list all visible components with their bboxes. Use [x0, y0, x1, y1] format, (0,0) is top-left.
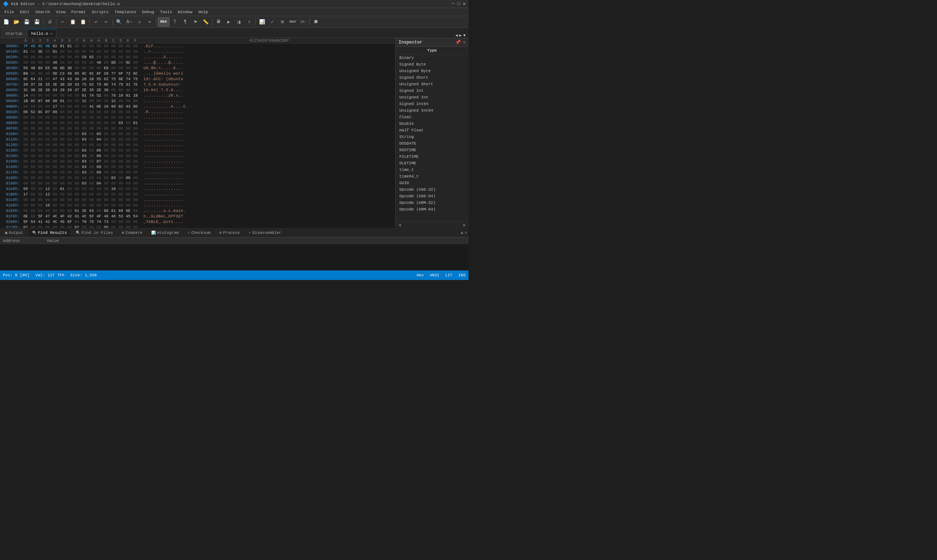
- hex-byte[interactable]: 00: [29, 93, 37, 98]
- hex-byte[interactable]: 74: [110, 82, 117, 88]
- hex-byte[interactable]: 00: [110, 170, 117, 175]
- hex-byte[interactable]: 00: [103, 153, 110, 159]
- hex-byte[interactable]: 00: [29, 148, 37, 153]
- hex-byte[interactable]: 5D: [51, 71, 58, 77]
- hex-byte[interactable]: 69: [117, 208, 125, 214]
- hex-byte[interactable]: 00: [88, 165, 95, 170]
- hex-byte[interactable]: 0C: [125, 60, 132, 66]
- hex-byte[interactable]: 00: [66, 148, 73, 153]
- hex-byte[interactable]: 00: [37, 71, 44, 77]
- hex-byte[interactable]: 00: [95, 126, 103, 131]
- hex-byte[interactable]: 00: [58, 55, 66, 60]
- hex-byte[interactable]: 05: [22, 186, 29, 192]
- hex-byte[interactable]: 00: [51, 120, 58, 126]
- hex-byte[interactable]: 00: [88, 66, 95, 71]
- hex-byte[interactable]: 0E: [95, 104, 103, 109]
- hex-byte[interactable]: 12: [44, 192, 51, 197]
- hex-byte[interactable]: 00: [95, 142, 103, 148]
- hex-byte[interactable]: 75: [132, 77, 139, 82]
- hex-byte[interactable]: 21: [37, 77, 44, 82]
- hex-byte[interactable]: 00: [58, 131, 66, 137]
- hex-byte[interactable]: 00: [51, 203, 58, 208]
- hex-byte[interactable]: 00: [125, 126, 132, 131]
- hex-byte[interactable]: 00: [132, 60, 139, 66]
- hex-byte[interactable]: 00: [73, 115, 80, 120]
- hex-byte[interactable]: 00: [29, 120, 37, 126]
- stop-btn[interactable]: ⏹: [311, 17, 321, 27]
- hex-byte[interactable]: 00: [58, 192, 66, 197]
- hex-byte[interactable]: 37: [73, 88, 80, 93]
- hex-byte[interactable]: 00: [66, 126, 73, 131]
- hex-byte[interactable]: 00: [110, 55, 117, 60]
- hex-byte[interactable]: 03: [117, 120, 125, 126]
- hex-byte[interactable]: 4F: [95, 214, 103, 219]
- hex-byte[interactable]: 00: [66, 98, 73, 104]
- hex-byte[interactable]: 35: [44, 82, 51, 88]
- hex-byte[interactable]: 55: [95, 77, 103, 82]
- hex-byte[interactable]: 00: [80, 109, 88, 115]
- hex-byte[interactable]: 00: [51, 55, 58, 60]
- bits-btn[interactable]: 18↕: [298, 17, 308, 27]
- hex-byte[interactable]: 01: [51, 49, 58, 55]
- hex-byte[interactable]: 00: [125, 49, 132, 55]
- table-row[interactable]: 0100h:00000000000000000300030000000000..…: [0, 131, 395, 137]
- table-row[interactable]: 00A0h:1B0C0708900100001C0000001C000000..…: [0, 98, 395, 104]
- hex-byte[interactable]: 00: [117, 66, 125, 71]
- hex-byte[interactable]: 00: [37, 126, 44, 131]
- hex-byte[interactable]: 03: [95, 131, 103, 137]
- hex-byte[interactable]: 00: [88, 175, 95, 181]
- undo-button[interactable]: ↩: [91, 17, 101, 27]
- hex-byte[interactable]: 00: [22, 126, 29, 131]
- hex-byte[interactable]: 00: [44, 142, 51, 148]
- hex-byte[interactable]: 00: [95, 49, 103, 55]
- hex-byte[interactable]: 00: [22, 159, 29, 165]
- hex-byte[interactable]: 61: [73, 208, 80, 214]
- hex-byte[interactable]: 00: [110, 126, 117, 131]
- hex-byte[interactable]: 00: [51, 148, 58, 153]
- hex-byte[interactable]: 00: [80, 115, 88, 120]
- hex-byte[interactable]: 00: [66, 186, 73, 192]
- table-row[interactable]: 0110h:00000000000000000300040000000000..…: [0, 137, 395, 142]
- hex-byte[interactable]: 00: [73, 181, 80, 186]
- hex-byte[interactable]: 54: [132, 214, 139, 219]
- hex-byte[interactable]: 00: [88, 43, 95, 49]
- hex-byte[interactable]: 4C: [80, 214, 88, 219]
- hex-byte[interactable]: 00: [73, 186, 80, 192]
- hex-byte[interactable]: 00: [103, 142, 110, 148]
- menu-tools[interactable]: Tools: [157, 9, 175, 15]
- hex-byte[interactable]: 00: [80, 104, 88, 109]
- tab-disassembler[interactable]: ⚡ Disassembler: [245, 229, 285, 237]
- hex-byte[interactable]: 00: [51, 126, 58, 131]
- table-row[interactable]: 00F0h:00000000000000000000000000000000..…: [0, 126, 395, 131]
- hex-byte[interactable]: 00: [117, 197, 125, 203]
- hex-byte[interactable]: 00: [58, 203, 66, 208]
- hex-byte[interactable]: 00: [88, 148, 95, 153]
- hex-byte[interactable]: 00: [66, 93, 73, 98]
- inspector-type-opcode--x86-64-[interactable]: Opcode (X86-64): [395, 193, 469, 200]
- menu-window[interactable]: Window: [175, 9, 195, 15]
- hex-byte[interactable]: 00: [88, 109, 95, 115]
- hex-byte[interactable]: 00: [88, 203, 95, 208]
- hex-byte[interactable]: 00: [80, 142, 88, 148]
- table-row[interactable]: 0020h:0000000000000000C002000000000000..…: [0, 55, 395, 60]
- hex-byte[interactable]: 00: [88, 153, 95, 159]
- hex-byte[interactable]: 00: [95, 109, 103, 115]
- hex-byte[interactable]: 00: [66, 131, 73, 137]
- hex-byte[interactable]: 6D: [103, 208, 110, 214]
- hex-byte[interactable]: 20: [22, 82, 29, 88]
- hex-byte[interactable]: 00: [37, 148, 44, 153]
- hex-byte[interactable]: 00: [132, 181, 139, 186]
- hex-byte[interactable]: 00: [58, 165, 66, 170]
- hex-byte[interactable]: 20: [66, 88, 73, 93]
- hex-byte[interactable]: 10: [103, 104, 110, 109]
- menu-file[interactable]: File: [2, 9, 17, 15]
- hex-byte[interactable]: 00: [117, 55, 125, 60]
- hex-byte[interactable]: 33: [73, 82, 80, 88]
- hex-byte[interactable]: 00: [51, 186, 58, 192]
- table-row[interactable]: 0040h:554889E5488D3D00000000E800000000UH…: [0, 66, 395, 71]
- hex-byte[interactable]: 6E: [103, 82, 110, 88]
- hex-byte[interactable]: 00: [29, 197, 37, 203]
- print-button[interactable]: 🖨: [45, 17, 55, 27]
- hex-byte[interactable]: 00: [51, 159, 58, 165]
- inspector-type-unsigned-int[interactable]: Unsigned Int: [395, 94, 469, 101]
